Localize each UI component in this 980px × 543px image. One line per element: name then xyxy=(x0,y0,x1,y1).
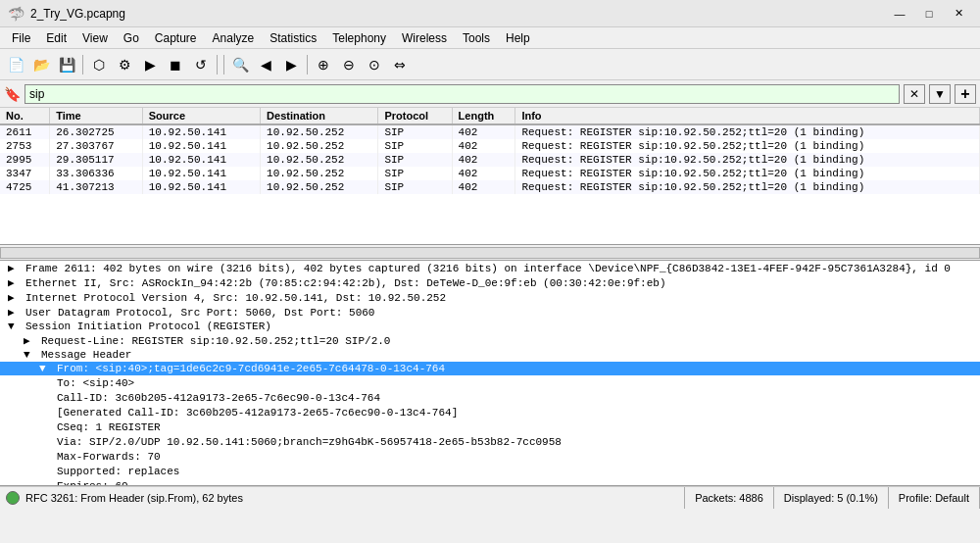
cell-no: 4725 xyxy=(0,180,50,194)
column-header-protocol[interactable]: Protocol xyxy=(378,108,452,124)
menu-item-telephony[interactable]: Telephony xyxy=(324,29,394,47)
maximize-button[interactable]: □ xyxy=(915,5,943,23)
detail-text: CSeq: 1 REGISTER xyxy=(57,421,161,433)
detail-line[interactable]: ▼Message Header xyxy=(0,348,980,362)
cell-len: 402 xyxy=(452,153,515,167)
column-header-source[interactable]: Source xyxy=(142,108,260,124)
expand-icon[interactable]: ▼ xyxy=(8,321,22,332)
cell-dst: 10.92.50.252 xyxy=(261,139,378,153)
packet-list[interactable]: No.TimeSourceDestinationProtocolLengthIn… xyxy=(0,108,980,245)
cell-proto: SIP xyxy=(378,153,452,167)
filter-add-button[interactable]: + xyxy=(955,84,976,104)
detail-line[interactable]: ▼From: <sip:40>;tag=1de6c2c9-7cd6941e-2e… xyxy=(0,362,980,375)
menu-item-capture[interactable]: Capture xyxy=(147,29,205,47)
detail-line[interactable]: ▶Max-Forwards: 70 xyxy=(0,449,980,464)
cell-dst: 10.92.50.252 xyxy=(261,167,378,180)
toolbar-button-zoom-in[interactable]: ⊕ xyxy=(312,53,335,76)
column-header-time[interactable]: Time xyxy=(50,108,143,124)
expand-icon[interactable]: ▶ xyxy=(8,306,22,319)
detail-line[interactable]: ▼Session Initiation Protocol (REGISTER) xyxy=(0,320,980,333)
expand-icon[interactable]: ▼ xyxy=(24,349,37,361)
cell-info: Request: REGISTER sip:10.92.50.252;ttl=2… xyxy=(515,124,980,139)
menu-bar: FileEditViewGoCaptureAnalyzeStatisticsTe… xyxy=(0,27,980,49)
horizontal-scrollbar[interactable] xyxy=(0,245,980,261)
cell-info: Request: REGISTER sip:10.92.50.252;ttl=2… xyxy=(515,153,980,167)
menu-item-go[interactable]: Go xyxy=(116,29,147,47)
column-header-destination[interactable]: Destination xyxy=(261,108,378,124)
expand-icon[interactable]: ▶ xyxy=(24,334,37,347)
detail-line[interactable]: ▶User Datagram Protocol, Src Port: 5060,… xyxy=(0,305,980,320)
menu-item-edit[interactable]: Edit xyxy=(38,29,74,47)
packet-table-header: No.TimeSourceDestinationProtocolLengthIn… xyxy=(0,108,980,124)
cell-time: 27.303767 xyxy=(50,139,143,153)
toolbar-button-resize-cols[interactable]: ⇔ xyxy=(388,53,412,76)
detail-line[interactable]: ▶Frame 2611: 402 bytes on wire (3216 bit… xyxy=(0,261,980,275)
scrollbar-track[interactable] xyxy=(0,247,980,259)
displayed-count: Displayed: 5 (0.1%) xyxy=(774,487,889,509)
toolbar-button-cap-stop[interactable]: ◼ xyxy=(164,53,187,76)
cell-len: 402 xyxy=(452,124,515,139)
filter-dropdown-button[interactable]: ▼ xyxy=(929,84,951,104)
title-bar: 🦈 2_Try_VG.pcapng — □ ✕ xyxy=(0,0,980,27)
toolbar-button-new[interactable]: 📄 xyxy=(4,53,27,76)
expand-icon[interactable]: ▶ xyxy=(8,262,22,274)
expand-icon[interactable]: ▶ xyxy=(8,276,22,289)
menu-item-help[interactable]: Help xyxy=(498,29,538,47)
window-controls: — □ ✕ xyxy=(886,5,972,23)
detail-text: Message Header xyxy=(41,349,131,361)
column-header-length[interactable]: Length xyxy=(452,108,515,124)
toolbar-button-find[interactable]: 🔍 xyxy=(228,53,252,76)
toolbar-button-open[interactable]: 📂 xyxy=(29,53,53,76)
cell-src: 10.92.50.141 xyxy=(142,124,260,139)
table-row[interactable]: 472541.30721310.92.50.14110.92.50.252SIP… xyxy=(0,180,980,194)
table-row[interactable]: 334733.30633610.92.50.14110.92.50.252SIP… xyxy=(0,167,980,180)
detail-line[interactable]: ▶To: <sip:40> xyxy=(0,375,980,390)
cell-dst: 10.92.50.252 xyxy=(261,153,378,167)
detail-line[interactable]: ▶Internet Protocol Version 4, Src: 10.92… xyxy=(0,290,980,305)
detail-text: To: <sip:40> xyxy=(57,377,134,389)
expand-icon[interactable]: ▶ xyxy=(8,291,22,304)
toolbar-button-cap-options[interactable]: ⚙ xyxy=(113,53,136,76)
menu-item-statistics[interactable]: Statistics xyxy=(262,29,324,47)
toolbar-button-zoom-out[interactable]: ⊖ xyxy=(337,53,361,76)
column-header-no[interactable]: No. xyxy=(0,108,50,124)
table-row[interactable]: 299529.30511710.92.50.14110.92.50.252SIP… xyxy=(0,153,980,167)
detail-line[interactable]: ▶Call-ID: 3c60b205-412a9173-2e65-7c6ec90… xyxy=(0,390,980,405)
detail-line[interactable]: ▶CSeq: 1 REGISTER xyxy=(0,420,980,434)
detail-line[interactable]: ▶Expires: 60 xyxy=(0,478,980,486)
cell-proto: SIP xyxy=(378,180,452,194)
menu-item-view[interactable]: View xyxy=(74,29,116,47)
detail-text: Frame 2611: 402 bytes on wire (3216 bits… xyxy=(25,263,951,274)
menu-item-analyze[interactable]: Analyze xyxy=(205,29,263,47)
toolbar-button-cap-start[interactable]: ▶ xyxy=(138,53,162,76)
packet-table-body[interactable]: 261126.30272510.92.50.14110.92.50.252SIP… xyxy=(0,124,980,194)
detail-panel[interactable]: ▶Frame 2611: 402 bytes on wire (3216 bit… xyxy=(0,261,980,486)
filter-input[interactable] xyxy=(24,84,900,104)
minimize-button[interactable]: — xyxy=(886,5,913,23)
table-row[interactable]: 261126.30272510.92.50.14110.92.50.252SIP… xyxy=(0,124,980,139)
toolbar-button-zoom-reset[interactable]: ⊙ xyxy=(363,53,386,76)
table-row[interactable]: 275327.30376710.92.50.14110.92.50.252SIP… xyxy=(0,139,980,153)
detail-line[interactable]: ▶Via: SIP/2.0/UDP 10.92.50.141:5060;bran… xyxy=(0,434,980,449)
menu-item-file[interactable]: File xyxy=(4,29,38,47)
filter-clear-button[interactable]: ✕ xyxy=(904,84,925,104)
toolbar-button-next-pkt[interactable]: ▶ xyxy=(279,53,303,76)
detail-line[interactable]: ▶[Generated Call-ID: 3c60b205-412a9173-2… xyxy=(0,405,980,420)
toolbar-button-cap-iface[interactable]: ⬡ xyxy=(87,53,111,76)
cell-info: Request: REGISTER sip:10.92.50.252;ttl=2… xyxy=(515,167,980,180)
detail-line[interactable]: ▶Request-Line: REGISTER sip:10.92.50.252… xyxy=(0,333,980,348)
menu-item-wireless[interactable]: Wireless xyxy=(394,29,455,47)
toolbar-button-save[interactable]: 💾 xyxy=(55,53,78,76)
menu-item-tools[interactable]: Tools xyxy=(455,29,498,47)
detail-line[interactable]: ▶Supported: replaces xyxy=(0,464,980,478)
detail-line[interactable]: ▶Ethernet II, Src: ASRockIn_94:42:2b (70… xyxy=(0,275,980,290)
toolbar-button-prev-pkt[interactable]: ◀ xyxy=(254,53,277,76)
detail-text: Request-Line: REGISTER sip:10.92.50.252;… xyxy=(41,335,390,347)
detail-text: Via: SIP/2.0/UDP 10.92.50.141:5060;branc… xyxy=(57,436,562,448)
cell-time: 33.306336 xyxy=(50,167,143,180)
filter-bar: 🔖 ✕ ▼ + xyxy=(0,80,980,108)
toolbar-button-cap-restart[interactable]: ↺ xyxy=(189,53,213,76)
close-button[interactable]: ✕ xyxy=(945,5,972,23)
expand-icon[interactable]: ▼ xyxy=(39,363,53,374)
column-header-info[interactable]: Info xyxy=(515,108,980,124)
